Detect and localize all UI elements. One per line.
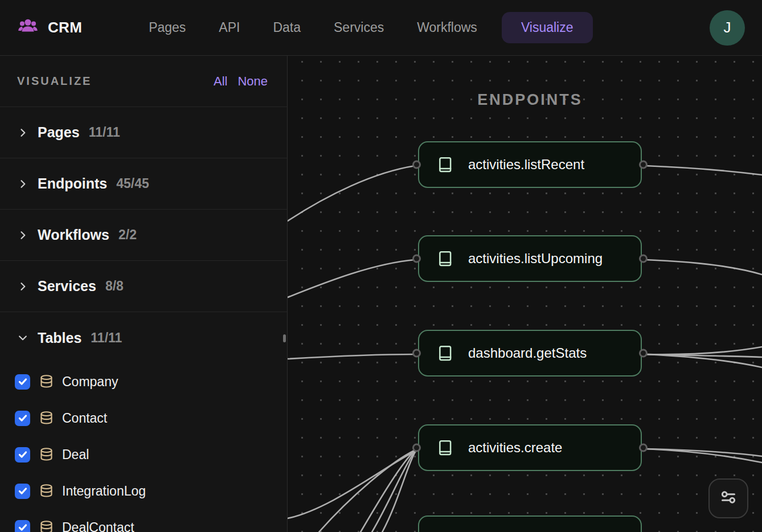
sidebar-header: VISUALIZE All None — [0, 56, 287, 107]
node-label: activities.listUpcoming — [468, 251, 603, 267]
table-row-company[interactable]: Company — [0, 363, 287, 400]
section-label: Endpoints — [38, 175, 107, 192]
book-icon — [437, 439, 454, 456]
table-row-integrationlog[interactable]: IntegrationLog — [0, 473, 287, 509]
select-all-link[interactable]: All — [214, 74, 227, 89]
graph-settings-button[interactable] — [708, 478, 748, 518]
checkbox-checked[interactable] — [15, 374, 30, 390]
table-label: Contact — [62, 411, 107, 426]
book-icon — [437, 345, 454, 362]
input-port[interactable] — [412, 444, 421, 452]
database-icon — [39, 520, 55, 532]
table-label: Company — [62, 374, 118, 390]
chevron-right-icon — [17, 126, 30, 139]
input-port[interactable] — [412, 349, 421, 358]
select-none-link[interactable]: None — [237, 74, 268, 89]
nav-item-services[interactable]: Services — [334, 20, 384, 35]
book-icon — [437, 156, 454, 173]
table-label: Deal — [62, 447, 89, 463]
input-port[interactable] — [412, 255, 421, 263]
table-row-deal[interactable]: Deal — [0, 436, 287, 473]
section-tables[interactable]: Tables 11/11 — [0, 312, 287, 363]
brand[interactable]: CRM — [17, 17, 82, 39]
section-pages[interactable]: Pages 11/11 — [0, 107, 287, 158]
table-row-contact[interactable]: Contact — [0, 400, 287, 436]
section-label: Services — [38, 278, 96, 294]
section-count: 11/11 — [91, 330, 122, 346]
input-port[interactable] — [412, 161, 421, 169]
graph-canvas[interactable]: ENDPOINTS activities.listRecent activiti… — [288, 56, 762, 532]
section-label: Pages — [38, 124, 80, 141]
chevron-down-icon — [17, 332, 30, 344]
output-port[interactable] — [639, 444, 648, 452]
brand-title: CRM — [48, 19, 82, 36]
section-count: 11/11 — [89, 125, 120, 140]
section-label: Tables — [38, 330, 81, 346]
user-avatar[interactable]: J — [710, 10, 745, 46]
table-label: DealContact — [62, 520, 134, 532]
database-icon — [39, 374, 55, 390]
database-icon — [39, 411, 55, 426]
section-label: Workflows — [38, 227, 109, 243]
section-endpoints[interactable]: Endpoints 45/45 — [0, 158, 287, 210]
chevron-right-icon — [17, 229, 30, 242]
book-icon — [437, 250, 454, 267]
chevron-right-icon — [17, 280, 30, 293]
node-activities-listupcoming[interactable]: activities.listUpcoming — [418, 235, 642, 282]
sidebar-title: VISUALIZE — [17, 75, 92, 88]
nav-item-data[interactable]: Data — [273, 20, 301, 35]
checkbox-checked[interactable] — [15, 484, 30, 499]
nav-item-api[interactable]: API — [219, 20, 240, 35]
table-label: IntegrationLog — [62, 484, 146, 499]
app-window: CRM Pages API Data Services Workflows Vi… — [0, 0, 762, 532]
node-partial[interactable] — [418, 515, 642, 532]
group-title: ENDPOINTS — [418, 91, 642, 109]
node-activities-listrecent[interactable]: activities.listRecent — [418, 141, 642, 188]
section-count: 2/2 — [118, 227, 137, 243]
checkbox-checked[interactable] — [15, 447, 30, 463]
chevron-right-icon — [17, 178, 30, 190]
section-count: 8/8 — [105, 279, 124, 294]
checkbox-checked[interactable] — [15, 520, 30, 532]
sliders-icon — [718, 487, 739, 510]
node-dashboard-getstats[interactable]: dashboard.getStats — [418, 330, 642, 377]
nav-item-pages[interactable]: Pages — [149, 20, 186, 35]
node-label: activities.create — [468, 440, 562, 456]
checkbox-checked[interactable] — [15, 411, 30, 426]
section-count: 45/45 — [116, 176, 149, 191]
node-activities-create[interactable]: activities.create — [418, 424, 642, 471]
visualize-sidebar: VISUALIZE All None Pages 11/11 Endpoints… — [0, 56, 288, 532]
output-port[interactable] — [639, 161, 648, 169]
node-label: dashboard.getStats — [468, 345, 587, 361]
tables-list: Company Contact — [0, 363, 287, 532]
nav-item-visualize[interactable]: Visualize — [502, 12, 593, 43]
database-icon — [39, 484, 55, 499]
node-label: activities.listRecent — [468, 157, 584, 173]
section-workflows[interactable]: Workflows 2/2 — [0, 210, 287, 261]
nav-item-workflows[interactable]: Workflows — [417, 20, 477, 35]
section-services[interactable]: Services 8/8 — [0, 261, 287, 312]
table-row-dealcontact[interactable]: DealContact — [0, 509, 287, 532]
sidebar-scrollbar[interactable] — [283, 334, 286, 342]
output-port[interactable] — [639, 349, 648, 358]
database-icon — [39, 447, 55, 463]
people-icon — [17, 17, 39, 39]
top-navbar: CRM Pages API Data Services Workflows Vi… — [0, 0, 762, 56]
output-port[interactable] — [639, 255, 648, 263]
